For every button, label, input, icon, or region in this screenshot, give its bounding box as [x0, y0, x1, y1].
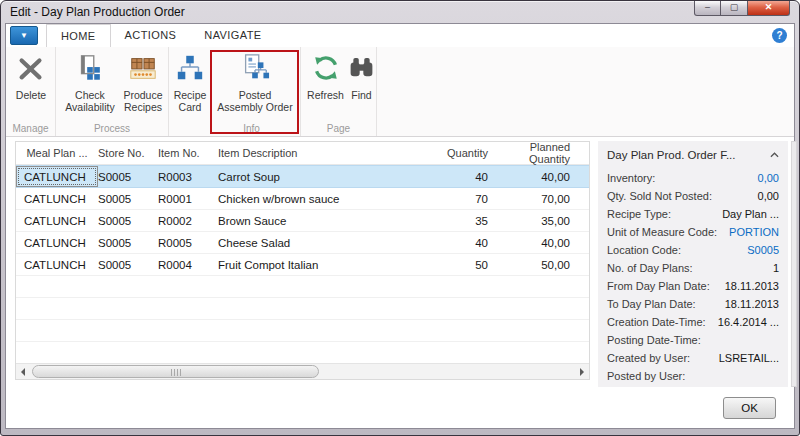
cell-item-no[interactable]: R0001: [158, 193, 218, 205]
posted-assembly-order-icon: [213, 52, 297, 89]
cell-quantity[interactable]: 40: [428, 237, 488, 249]
cell-item-description[interactable]: Brown Sauce: [218, 215, 428, 227]
posted-assembly-order-label-1: Posted: [213, 89, 297, 101]
empty-row: [16, 298, 589, 320]
column-header-item-description[interactable]: Item Description: [218, 147, 428, 159]
close-icon: ✕: [765, 2, 773, 12]
check-availability-label-1: Check: [61, 89, 119, 101]
scroll-left-arrow[interactable]: [17, 364, 31, 379]
cell-store-no[interactable]: S0005: [98, 215, 158, 227]
window-title: Edit - Day Plan Production Order: [10, 5, 185, 19]
table-row[interactable]: CATLUNCH S0005 R0002 Brown Sauce 35 35,0…: [16, 210, 589, 232]
cell-quantity[interactable]: 40: [428, 171, 488, 183]
produce-recipes-button[interactable]: Produce Recipes: [117, 52, 169, 113]
cell-planned-quantity[interactable]: 35,00: [488, 215, 577, 227]
help-button[interactable]: ?: [772, 28, 787, 43]
refresh-button[interactable]: Refresh: [303, 52, 348, 101]
factbox-header[interactable]: Day Plan Prod. Order F...: [598, 141, 788, 166]
delete-button[interactable]: Delete: [9, 52, 53, 101]
tab-navigate[interactable]: NAVIGATE: [190, 24, 275, 47]
application-menu-button[interactable]: ▼: [10, 26, 38, 45]
factbox-field: Location Code: S0005: [607, 241, 779, 259]
table-row[interactable]: CATLUNCH S0005 R0004 Fruit Compot Italia…: [16, 254, 589, 276]
tab-home[interactable]: HOME: [46, 24, 111, 47]
factbox-field: Recipe Type: Day Plan ...: [607, 205, 779, 223]
cell-item-description[interactable]: Fruit Compot Italian: [218, 259, 428, 271]
cell-store-no[interactable]: S0005: [98, 193, 158, 205]
cell-meal-plan[interactable]: CATLUNCH: [16, 259, 98, 271]
cell-item-no[interactable]: R0003: [158, 171, 218, 183]
horizontal-scrollbar[interactable]: [16, 363, 589, 379]
ribbon-tab-strip: ▼ HOME ACTIONS NAVIGATE ?: [6, 24, 794, 47]
cell-meal-plan[interactable]: CATLUNCH: [16, 166, 98, 187]
cell-quantity[interactable]: 50: [428, 259, 488, 271]
group-label-info: Info: [169, 123, 300, 134]
cell-planned-quantity[interactable]: 70,00: [488, 193, 577, 205]
minimize-button[interactable]: –: [694, 1, 721, 16]
cell-quantity[interactable]: 35: [428, 215, 488, 227]
factbox-scroll-strip[interactable]: [791, 141, 797, 387]
field-value-link[interactable]: PORTION: [729, 226, 779, 238]
find-binoculars-icon: [347, 52, 376, 89]
cell-quantity[interactable]: 70: [428, 193, 488, 205]
table-row[interactable]: CATLUNCH S0005 R0001 Chicken w/brown sau…: [16, 188, 589, 210]
factbox-field: No. of Day Plans: 1: [607, 259, 779, 277]
factbox-title: Day Plan Prod. Order F...: [607, 149, 735, 161]
column-header-meal-plan[interactable]: Meal Plan ...: [16, 147, 98, 159]
recipe-card-label-1: Recipe: [169, 89, 211, 101]
field-value-link[interactable]: S0005: [747, 244, 779, 256]
cell-meal-plan[interactable]: CATLUNCH: [16, 215, 98, 227]
ribbon: Delete Manage Check Availabilit: [6, 47, 794, 137]
field-value: 16.4.2014 ...: [718, 316, 779, 328]
column-header-quantity[interactable]: Quantity: [428, 147, 488, 159]
group-label-process: Process: [56, 123, 168, 134]
recipe-card-button[interactable]: Recipe Card: [169, 52, 211, 113]
find-button[interactable]: Find: [347, 52, 376, 101]
cell-meal-plan[interactable]: CATLUNCH: [16, 193, 98, 205]
page-body: Meal Plan ... Store No. Item No. Item De…: [6, 137, 794, 428]
factbox-field: From Day Plan Date: 18.11.2013: [607, 277, 779, 295]
ribbon-tabs: HOME ACTIONS NAVIGATE: [46, 24, 276, 47]
factbox-field: Posted by User:: [607, 367, 779, 385]
table-row[interactable]: CATLUNCH S0005 R0005 Cheese Salad 40 40,…: [16, 232, 589, 254]
cell-store-no[interactable]: S0005: [98, 171, 158, 183]
column-header-planned-quantity[interactable]: Planned Quantity: [488, 141, 577, 165]
field-label: Recipe Type:: [607, 208, 671, 220]
cell-planned-quantity[interactable]: 40,00: [488, 171, 577, 183]
factbox-field: Qty. Sold Not Posted: 0,00: [607, 187, 779, 205]
cell-item-description[interactable]: Chicken w/brown sauce: [218, 193, 428, 205]
cell-planned-quantity[interactable]: 40,00: [488, 237, 577, 249]
find-label: Find: [347, 89, 376, 101]
cell-item-no[interactable]: R0004: [158, 259, 218, 271]
column-header-item-no[interactable]: Item No.: [158, 147, 218, 159]
recipe-card-label-2: Card: [169, 101, 211, 113]
tab-actions[interactable]: ACTIONS: [111, 24, 191, 47]
posted-assembly-order-label-2: Assembly Order: [213, 101, 297, 113]
posted-assembly-order-button[interactable]: Posted Assembly Order: [213, 52, 297, 113]
scrollbar-thumb[interactable]: [32, 365, 319, 378]
title-bar[interactable]: Edit - Day Plan Production Order – ▢ ✕: [1, 1, 799, 23]
table-row[interactable]: CATLUNCH S0005 R0003 Carrot Soup 40 40,0…: [16, 165, 589, 188]
delete-button-label: Delete: [9, 89, 53, 101]
cell-store-no[interactable]: S0005: [98, 237, 158, 249]
close-button[interactable]: ✕: [748, 1, 790, 16]
cell-item-no[interactable]: R0002: [158, 215, 218, 227]
delete-x-icon: [9, 52, 53, 89]
cell-item-description[interactable]: Carrot Soup: [218, 171, 428, 183]
column-header-store-no[interactable]: Store No.: [98, 147, 158, 159]
field-label: Creation Date-Time:: [607, 316, 706, 328]
cell-item-no[interactable]: R0005: [158, 237, 218, 249]
field-value: Day Plan ...: [722, 208, 779, 220]
cell-store-no[interactable]: S0005: [98, 259, 158, 271]
cell-meal-plan[interactable]: CATLUNCH: [16, 237, 98, 249]
ok-button[interactable]: OK: [723, 397, 776, 419]
field-value-link[interactable]: 0,00: [758, 172, 779, 184]
field-label: From Day Plan Date:: [607, 280, 710, 292]
chevron-up-icon[interactable]: [770, 152, 779, 158]
maximize-button[interactable]: ▢: [721, 1, 748, 16]
scroll-right-arrow[interactable]: [574, 364, 588, 379]
field-value: 0,00: [758, 190, 779, 202]
cell-item-description[interactable]: Cheese Salad: [218, 237, 428, 249]
cell-planned-quantity[interactable]: 50,00: [488, 259, 577, 271]
check-availability-button[interactable]: Check Availability: [61, 52, 119, 113]
